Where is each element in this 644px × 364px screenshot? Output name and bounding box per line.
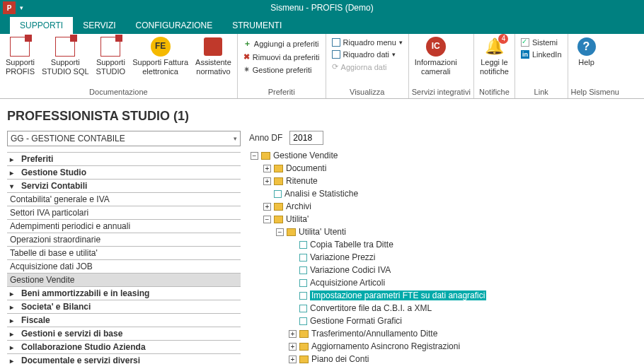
quick-access-dropdown-icon[interactable]: ▾ bbox=[20, 4, 23, 11]
add-favorite-button[interactable]: ＋ Aggiungi a preferiti bbox=[241, 37, 323, 50]
folder-icon bbox=[274, 216, 283, 223]
informazioni-camerali-button[interactable]: IC Informazioni camerali bbox=[412, 35, 460, 88]
tree-node-utilita-utenti[interactable]: −Utilita' Utenti Copia Tabelle tra Ditte… bbox=[276, 225, 637, 364]
file-icon bbox=[299, 254, 307, 262]
tree-node-trasferimento[interactable]: +Trasferimento/Annullamento Ditte bbox=[289, 327, 637, 340]
group-label: Documentazione bbox=[3, 88, 234, 98]
chevron-down-icon: ▾ bbox=[392, 51, 396, 58]
acc-sub-operazioni[interactable]: Operazioni straordinarie bbox=[7, 233, 241, 247]
group-label: Visualizza bbox=[329, 88, 406, 98]
acc-societa[interactable]: Societa' e Bilanci bbox=[7, 300, 241, 314]
acc-fiscale[interactable]: Fiscale bbox=[7, 314, 241, 327]
supporti-fattura-button[interactable]: FE Supporti Fattura elettronica bbox=[130, 35, 191, 88]
panel-icon bbox=[332, 38, 340, 47]
manage-favorites-button[interactable]: ✷ Gestione preferiti bbox=[241, 64, 323, 76]
ribbon-group-preferiti: ＋ Aggiungi a preferiti ✖ Rimuovi da pref… bbox=[238, 34, 326, 98]
tree-node-utilita[interactable]: −Utilita' −Utilita' Utenti Copia Tabelle… bbox=[263, 213, 637, 364]
label: Supporti Fattura elettronica bbox=[132, 58, 188, 76]
group-label: Preferiti bbox=[241, 88, 323, 98]
file-icon bbox=[299, 317, 307, 325]
remove-icon: ✖ bbox=[243, 52, 250, 61]
label: Sistemi bbox=[532, 38, 558, 47]
riquadro-menu-button[interactable]: Riquadro menu ▾ bbox=[329, 37, 406, 48]
plus-icon: ＋ bbox=[243, 38, 251, 49]
tree-node-acquisizione-articoli[interactable]: Acquisizione Articoli bbox=[289, 276, 637, 289]
page-title: PROFESSIONISTA STUDIO (1) bbox=[0, 99, 644, 131]
tree-node-impostazione-fte[interactable]: Impostazione parametri FTE su dati anagr… bbox=[289, 289, 637, 302]
supporti-profis-button[interactable]: Supporti PROFIS bbox=[3, 35, 38, 88]
bell-icon: 🔔4 bbox=[484, 37, 504, 57]
tree-node-gestione-formati[interactable]: Gestione Formati Grafici bbox=[289, 315, 637, 327]
tab-supporti[interactable]: SUPPORTI bbox=[10, 17, 73, 34]
leggi-notifiche-button[interactable]: 🔔4 Leggi le notifiche bbox=[477, 35, 512, 88]
tree-node-variazione-codici[interactable]: Variazione Codici IVA bbox=[289, 264, 637, 276]
tree-node-ritenute[interactable]: +Ritenute bbox=[263, 175, 637, 187]
acc-sub-gestione-vendite[interactable]: Gestione Vendite bbox=[7, 274, 241, 287]
label: Aggiungi a preferiti bbox=[254, 40, 319, 48]
tree-node-analisi[interactable]: Analisi e Statistiche bbox=[263, 187, 637, 200]
remove-favorite-button[interactable]: ✖ Rimuovi da preferiti bbox=[241, 51, 323, 63]
help-button[interactable]: ? Help bbox=[571, 35, 602, 88]
acc-gestioni[interactable]: Gestioni e servizi di base bbox=[7, 327, 241, 341]
app-icon[interactable]: P bbox=[3, 1, 16, 14]
acc-documentale[interactable]: Documentale e servizi diversi bbox=[7, 354, 241, 364]
tree-node-convertitore[interactable]: Convertitore file da C.B.I. a XML bbox=[289, 302, 637, 315]
folder-icon bbox=[299, 356, 309, 363]
tree-node-gestione-vendite[interactable]: −Gestione Vendite +Documenti +Ritenute A… bbox=[251, 149, 637, 364]
tab-strumenti[interactable]: STRUMENTI bbox=[222, 17, 292, 34]
ribbon-group-visualizza: Riquadro menu ▾ Riquadro dati ▾ ⟳ Aggior… bbox=[326, 34, 409, 98]
ribbon-group-link: Sistemi in LinkedIn Link bbox=[515, 34, 568, 98]
acc-sub-tabelle[interactable]: Tabelle di base e utilita' bbox=[7, 247, 241, 260]
acc-beni[interactable]: Beni ammortizzabili e in leasing bbox=[7, 287, 241, 300]
tab-servizi[interactable]: SERVIZI bbox=[73, 17, 125, 34]
window-title: Sismenu - PROFIS (Demo) bbox=[270, 3, 373, 13]
acc-preferiti[interactable]: Preferiti bbox=[7, 153, 241, 166]
ribbon: Supporti PROFIS Supporti STUDIO SQL Supp… bbox=[0, 34, 644, 99]
file-icon bbox=[299, 292, 307, 300]
group-label: Link bbox=[518, 88, 565, 98]
acc-collaborazione[interactable]: Collaborazione Studio Azienda bbox=[7, 341, 241, 354]
supporti-studio-sql-button[interactable]: Supporti STUDIO SQL bbox=[39, 35, 92, 88]
acc-servizi-contabili[interactable]: Servizi Contabili bbox=[7, 180, 241, 193]
link-sistemi[interactable]: Sistemi bbox=[518, 37, 565, 48]
ribbon-group-notifiche: 🔔4 Leggi le notifiche Notifiche bbox=[474, 34, 515, 98]
combo-value: GG - GESTIONE CONTABILE bbox=[11, 134, 125, 143]
gear-icon: ✷ bbox=[243, 65, 250, 74]
label: LinkedIn bbox=[532, 50, 562, 59]
aggiorna-dati-button[interactable]: ⟳ Aggiorna dati bbox=[329, 61, 406, 73]
riquadro-dati-button[interactable]: Riquadro dati ▾ bbox=[329, 49, 406, 60]
chevron-down-icon: ▾ bbox=[399, 39, 403, 46]
tree-node-documenti[interactable]: +Documenti bbox=[263, 162, 637, 175]
label: Help bbox=[578, 58, 594, 67]
acc-sub-acquisizione-job[interactable]: Acquisizione dati JOB bbox=[7, 260, 241, 274]
fe-icon: FE bbox=[151, 37, 171, 57]
tab-configurazione[interactable]: CONFIGURAZIONE bbox=[126, 17, 223, 34]
group-label: Servizi integrativi bbox=[412, 88, 471, 98]
tree-node-variazione-prezzi[interactable]: Variazione Prezzi bbox=[289, 251, 637, 264]
tree-node-archivi[interactable]: +Archivi bbox=[263, 200, 637, 213]
side-accordion: Preferiti Gestione Studio Servizi Contab… bbox=[7, 152, 241, 364]
folder-icon bbox=[287, 228, 296, 236]
tree-node-piano-conti[interactable]: +Piano dei Conti bbox=[289, 353, 637, 364]
panel-icon bbox=[332, 50, 340, 59]
tree-node-copia-tabelle[interactable]: Copia Tabelle tra Ditte bbox=[289, 238, 637, 251]
acc-sub-settori-iva[interactable]: Settori IVA particolari bbox=[7, 206, 241, 220]
anno-input[interactable] bbox=[289, 131, 323, 145]
assistente-normativo-button[interactable]: Assistente normativo bbox=[192, 35, 234, 88]
acc-gestione-studio[interactable]: Gestione Studio bbox=[7, 166, 241, 180]
module-combobox[interactable]: GG - GESTIONE CONTABILE ▾ bbox=[7, 131, 241, 146]
ribbon-group-help: ? Help Help Sismenu bbox=[568, 34, 622, 98]
folder-icon bbox=[274, 203, 283, 211]
label: Informazioni camerali bbox=[415, 58, 457, 76]
file-icon bbox=[299, 241, 307, 249]
label: Supporti STUDIO bbox=[96, 58, 126, 76]
tree-node-aggiorn-async[interactable]: +Aggiornamento Asincrono Registrazioni bbox=[289, 340, 637, 353]
link-linkedin[interactable]: in LinkedIn bbox=[518, 49, 565, 60]
acc-sub-adempimenti[interactable]: Adempimenti periodici e annuali bbox=[7, 220, 241, 233]
supporti-studio-button[interactable]: Supporti STUDIO bbox=[93, 35, 129, 88]
label: Assistente normativo bbox=[195, 58, 231, 76]
acc-sub-contabilita[interactable]: Contabilita' generale e IVA bbox=[7, 193, 241, 206]
tree-view: −Gestione Vendite +Documenti +Ritenute A… bbox=[249, 149, 637, 364]
folder-icon bbox=[299, 343, 309, 351]
assist-icon bbox=[203, 37, 223, 57]
